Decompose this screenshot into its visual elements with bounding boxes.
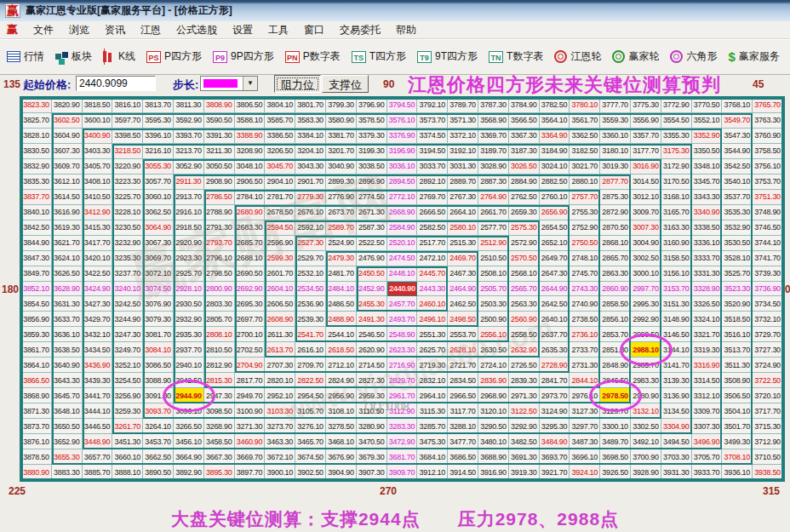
price-cell: 3744.10 xyxy=(753,236,783,251)
price-cell: 3602.50 xyxy=(52,113,83,129)
price-cell: 3151.30 xyxy=(661,296,692,312)
toolbar-item[interactable]: PNP数字表 xyxy=(285,49,341,64)
price-cell: 3722.50 xyxy=(753,373,783,388)
price-cell: 3868.90 xyxy=(21,388,52,403)
price-cell: 3350.50 xyxy=(692,144,723,159)
toolbar-item[interactable]: PSP四方形 xyxy=(146,49,202,64)
toolbar-item[interactable]: 六角形 xyxy=(670,49,717,64)
toolbar-item[interactable]: K线 xyxy=(103,49,135,64)
price-cell: 3000.10 xyxy=(631,266,661,282)
price-cell: 3261.70 xyxy=(112,419,143,434)
price-cell: 2856.10 xyxy=(600,312,631,327)
menu-item[interactable]: 江恩 xyxy=(140,23,161,37)
price-cell: 3266.50 xyxy=(174,419,204,434)
chevron-down-icon[interactable]: ▼ xyxy=(243,77,257,90)
axis-label-0: 0 xyxy=(785,283,790,295)
toolbar-item-label: 板块 xyxy=(72,49,92,64)
price-cell: 2544.10 xyxy=(326,327,357,342)
price-cell: 3158.50 xyxy=(661,251,692,266)
menu-item[interactable]: 公式选股 xyxy=(176,23,217,37)
price-cell: 3427.30 xyxy=(83,296,113,312)
price-cell: 3372.10 xyxy=(448,129,478,144)
price-cell: 3849.70 xyxy=(21,266,52,282)
price-cell: 2976.10 xyxy=(570,388,600,403)
price-cell: 2827.30 xyxy=(357,373,387,388)
price-cell: 3242.50 xyxy=(112,296,143,312)
price-cell: 2839.30 xyxy=(509,373,540,388)
menu-item[interactable]: 交易委托 xyxy=(340,23,381,37)
price-cell: 2791.30 xyxy=(204,220,235,236)
gann-price-square: 3823.303820.903818.503816.103813.703811.… xyxy=(20,96,785,482)
price-cell: 3184.90 xyxy=(540,144,570,159)
price-cell: 3528.10 xyxy=(722,251,753,266)
price-cell: 2812.90 xyxy=(204,358,235,373)
price-cell: 2616.10 xyxy=(295,342,326,358)
price-cell: 3816.10 xyxy=(112,98,143,113)
price-cell: 2884.90 xyxy=(509,174,540,190)
price-cell: 2539.30 xyxy=(295,312,326,327)
price-cell: 2748.10 xyxy=(570,251,600,266)
price-cell: 2695.30 xyxy=(235,296,266,312)
price-cell: 3489.70 xyxy=(600,434,631,449)
toolbar-item[interactable]: 行情 xyxy=(7,49,44,64)
price-cell: 3645.70 xyxy=(52,388,83,403)
price-cell: 3825.70 xyxy=(21,113,52,129)
price-cell: 3655.30 xyxy=(52,449,83,465)
toolbar-item[interactable]: 赢家轮 xyxy=(612,49,659,64)
price-cell: 2870.50 xyxy=(600,220,631,236)
price-cell: 3936.10 xyxy=(722,465,753,480)
price-cell: 3633.70 xyxy=(52,312,83,327)
menu-item[interactable]: 窗口 xyxy=(304,23,324,37)
price-cell: 3410.50 xyxy=(83,190,113,205)
menu-item[interactable]: 文件 xyxy=(33,23,54,37)
start-price-input[interactable] xyxy=(76,76,156,91)
price-cell: 3470.50 xyxy=(357,434,387,449)
price-cell: 3796.90 xyxy=(357,98,387,113)
price-cell: 3340.90 xyxy=(692,205,723,220)
price-cell: 2680.90 xyxy=(235,205,266,220)
price-cell: 3566.50 xyxy=(509,113,540,129)
price-cell: 2604.10 xyxy=(265,282,295,297)
price-cell: 3067.30 xyxy=(143,236,174,251)
toolbar-item[interactable]: $赢家服务 xyxy=(728,49,779,64)
menu-item[interactable]: 设置 xyxy=(232,23,253,37)
price-cell: 3295.30 xyxy=(540,419,570,434)
price-cell: 2527.30 xyxy=(295,236,326,251)
toolbar-item-label: 赢家轮 xyxy=(628,49,659,64)
price-cell: 3288.10 xyxy=(448,419,478,434)
price-cell: 2896.90 xyxy=(357,174,387,190)
price-cell: 2728.90 xyxy=(540,358,570,373)
step-color-dropdown[interactable]: ▼ xyxy=(200,76,258,91)
axis-label-135: 135 xyxy=(3,78,20,90)
menu-item[interactable]: 帮助 xyxy=(396,23,416,37)
resistance-button[interactable]: 阻力位 xyxy=(274,75,321,93)
price-cell: 2481.70 xyxy=(326,266,357,282)
menu-item[interactable]: 浏览 xyxy=(69,23,89,37)
price-cell: 3374.50 xyxy=(417,129,448,144)
price-cell: 2500.90 xyxy=(478,312,509,327)
toolbar-item[interactable]: T99T四方形 xyxy=(417,49,478,64)
nine-p-square-icon: P9 xyxy=(213,51,227,63)
price-cell: 2620.90 xyxy=(357,342,387,358)
price-cell: 2875.30 xyxy=(600,190,631,205)
toolbar-item[interactable]: P99P四方形 xyxy=(213,49,274,64)
price-cell: 3535.30 xyxy=(722,205,753,220)
toolbar-item-label: 行情 xyxy=(24,49,44,64)
toolbar-item[interactable]: TNT数字表 xyxy=(489,49,543,64)
menu-item[interactable]: 工具 xyxy=(268,23,289,37)
menu-item[interactable]: 资讯 xyxy=(105,23,125,37)
price-cell: 3506.50 xyxy=(722,388,753,403)
price-cell: 3038.50 xyxy=(357,159,387,174)
support-button[interactable]: 支撑位 xyxy=(322,75,369,93)
toolbar-item[interactable]: 板块 xyxy=(55,49,92,64)
toolbar-item[interactable]: 江恩轮 xyxy=(554,49,601,64)
price-cell: 3806.50 xyxy=(235,98,266,113)
price-cell: 3916.90 xyxy=(478,465,509,480)
toolbar-item[interactable]: TST四方形 xyxy=(352,49,406,64)
price-cell: 2944.90 xyxy=(174,388,204,403)
price-cell: 3230.50 xyxy=(112,220,143,236)
price-cell: 3648.10 xyxy=(52,403,83,419)
price-cell: 3429.70 xyxy=(83,312,113,327)
price-cell: 3328.90 xyxy=(692,282,723,297)
price-cell: 3820.90 xyxy=(52,98,83,113)
